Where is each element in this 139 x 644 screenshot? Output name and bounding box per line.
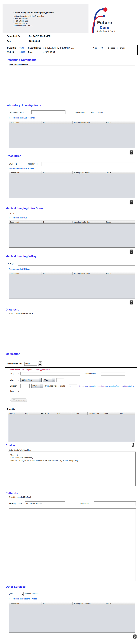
uss-table: Department ID Investigation/Service Stat…	[9, 220, 136, 248]
section-title-other-services: Other Services	[6, 585, 26, 588]
xray-trash-button[interactable]	[130, 300, 133, 304]
duration-unit-select[interactable]: Day/s	[31, 384, 43, 388]
xray-table-body[interactable]	[9, 275, 135, 298]
procedures-table: Department ID Investigation/Service Stat…	[9, 171, 136, 198]
colon: :	[18, 373, 19, 375]
col-id: ID	[42, 272, 73, 275]
section-title-xray: Medical Imaging X-Ray	[6, 255, 36, 258]
company-phone1: T: +24 82 593 593	[13, 17, 54, 20]
colon: :	[99, 373, 100, 375]
patient-id-label: Patient ID	[7, 47, 16, 49]
decimal-note: Please add as decimal numbers when addin…	[79, 385, 137, 387]
consulted-by-label: Consulted By	[7, 35, 26, 37]
uss-table-body[interactable]	[9, 224, 135, 248]
consultant-input[interactable]	[94, 502, 136, 506]
advice-hint: Enter Doctor's Advice Here	[9, 449, 32, 451]
frequency-selected-value: OD.	[43, 378, 52, 382]
procedures-table-header: Department ID Investigation/Service Stat…	[9, 172, 135, 174]
add-icon	[13, 399, 15, 402]
section-title-diagnosis: Diagnosis	[6, 308, 19, 311]
date-row: Date : 2024-09-04	[7, 40, 40, 42]
duration-input[interactable]	[20, 384, 30, 388]
col-duration-type: Duration Type	[88, 412, 104, 415]
col-status: Status	[105, 172, 135, 174]
xray-recommended-link[interactable]: Recommended X-Rays	[9, 268, 30, 270]
consultant-label: Consultant	[80, 502, 89, 504]
lab-table-body[interactable]	[9, 124, 135, 148]
xray-input[interactable]	[18, 262, 136, 266]
date-label: Date	[7, 40, 26, 42]
consultation-page: Future Care by Future Holdings (Pty) Lim…	[0, 0, 139, 644]
advice-line: Feel slight pain since today.	[10, 456, 136, 459]
other-qty-input[interactable]	[15, 592, 24, 596]
other-services-table-body[interactable]	[9, 605, 135, 632]
frequency-select[interactable]: OD.	[43, 378, 55, 382]
section-title-advice: Advice	[6, 444, 15, 447]
company-title: Future Care by Future Holdings (Pty) Lim…	[13, 12, 54, 14]
section-title-uss: Medical Imaging Ultra Sound	[6, 207, 44, 210]
drug-suggestion-note: Please select the Drug from Drug suggess…	[10, 368, 50, 370]
prescription-id-input[interactable]	[24, 362, 37, 366]
lab-trash-button[interactable]	[130, 150, 133, 154]
procedures-table-body[interactable]	[9, 174, 135, 198]
col-drug: Drug	[24, 412, 40, 415]
age-label: Age	[93, 47, 97, 49]
other-services-trash-button[interactable]	[133, 634, 136, 638]
prescription-refresh-button[interactable]	[38, 362, 42, 366]
xray-input-label: X-Rays :	[8, 262, 15, 264]
patient-name-label: Patient Name	[28, 47, 41, 49]
lab-investigation-input[interactable]	[32, 110, 66, 114]
other-services-table: Department ID Investigation / Service St…	[9, 602, 136, 633]
drug-list-body[interactable]	[8, 415, 135, 442]
reffering-doctor-input[interactable]	[25, 502, 65, 506]
lab-recommended-link[interactable]: Recommended Lab Testings	[9, 117, 35, 119]
col-status: Status	[105, 221, 135, 224]
col-department: Department	[9, 272, 42, 275]
consulted-by-row: Consulted By : Dr. TAZIO TOURNIER	[7, 35, 51, 38]
drug-list-label: Drug List	[7, 408, 16, 410]
dropdown-arrow-icon	[52, 378, 55, 382]
col-service: Investigation/Service	[73, 221, 105, 224]
procedures-trash-button[interactable]	[130, 200, 133, 204]
way-select[interactable]: Before Meal	[20, 378, 42, 382]
uss-input[interactable]	[16, 212, 136, 216]
consulted-by-value: Dr. TAZIO TOURNIER	[29, 35, 51, 37]
trash-icon	[132, 443, 135, 447]
complaints-textarea[interactable]	[9, 65, 135, 100]
visit-id-label: Visit ID	[7, 51, 14, 53]
trash-icon	[130, 151, 132, 154]
colon: :	[117, 47, 118, 49]
section-title-complaints: Presenting Complaints	[6, 58, 36, 62]
special-notes-input[interactable]	[101, 372, 126, 376]
add-drug-label: Add Drug	[16, 399, 25, 402]
procedures-recommended-link[interactable]: Recommended Procedures	[9, 167, 34, 170]
colon: :	[43, 51, 44, 53]
add-drug-button[interactable]: Add Drug	[10, 398, 27, 402]
procedures-qty-input[interactable]	[15, 162, 23, 166]
uss-recommended-link[interactable]: Recommended USS	[9, 217, 28, 219]
per-meal-input[interactable]	[68, 384, 77, 388]
date-value: 2024-09-04	[29, 40, 40, 42]
refferal-list-box[interactable]	[9, 508, 136, 581]
visit-date-value: 2024-09-04	[44, 51, 55, 53]
other-recommended-link[interactable]: Recommended Other Services	[9, 598, 37, 600]
colon: :	[18, 51, 18, 53]
drug-input[interactable]	[20, 372, 80, 376]
advice-textarea[interactable]: Tooth 16: Feel slight pain since today. …	[8, 452, 136, 486]
diagnosis-hint: Enter Diagnosis Details Here	[9, 312, 33, 314]
logo-tagline: Body Mind Soul	[96, 30, 115, 32]
col-note: Note	[104, 412, 119, 415]
visit-date-label: Date	[28, 51, 32, 53]
trash-icon	[130, 250, 132, 253]
diagnosis-textarea[interactable]	[8, 315, 136, 348]
col-id: ID	[42, 172, 73, 174]
other-qty-label: Qty :	[9, 593, 12, 595]
advice-trash-button[interactable]	[131, 442, 135, 447]
uss-trash-button[interactable]	[130, 250, 133, 254]
colon: :	[99, 47, 100, 49]
other-services-input[interactable]	[44, 592, 136, 596]
procedures-input[interactable]	[42, 162, 136, 166]
company-email: E: jude@future.sc	[13, 22, 54, 24]
way-qty-input[interactable]	[56, 378, 64, 382]
refferals-hint: Select the needed Refferal	[9, 496, 31, 498]
